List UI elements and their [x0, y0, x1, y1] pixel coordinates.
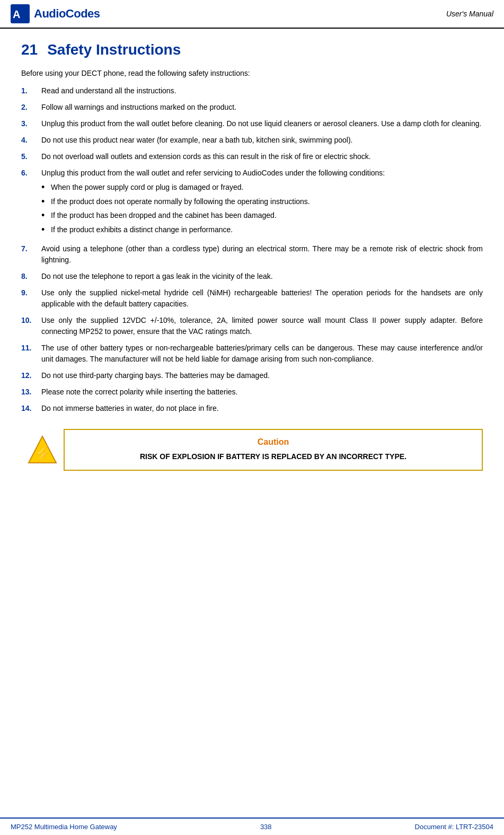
- list-content-13: Please note the correct polarity while i…: [41, 386, 483, 398]
- intro-paragraph: Before using your DECT phone, read the f…: [21, 68, 483, 79]
- bullet-dot: •: [41, 196, 51, 208]
- list-content-8: Do not use the telephone to report a gas…: [41, 271, 483, 282]
- caution-icon-box: ⚡: [21, 429, 64, 471]
- bullet-dot: •: [41, 182, 51, 194]
- page-footer: MP252 Multimedia Home Gateway 338 Docume…: [0, 818, 504, 835]
- bullet-item: •If the product exhibits a distinct chan…: [41, 224, 483, 236]
- list-num-5: 5.: [21, 151, 41, 162]
- bullet-item: •When the power supply cord or plug is d…: [41, 182, 483, 194]
- list-item-14: 14.Do not immerse batteries in water, do…: [21, 403, 483, 414]
- bullet-text: If the product exhibits a distinct chang…: [51, 224, 233, 235]
- list-content-11: The use of other battery types or non-re…: [41, 342, 483, 365]
- logo-area: A AudioCodes: [11, 4, 100, 23]
- main-content: 21Safety Instructions Before using your …: [0, 29, 504, 494]
- list-num-9: 9.: [21, 287, 41, 298]
- list-content-1: Read and understand all the instructions…: [41, 85, 483, 96]
- list-content-3: Unplug this product from the wall outlet…: [41, 118, 483, 129]
- list-item-5: 5.Do not overload wall outlets and exten…: [21, 151, 483, 162]
- bullet-sublist-6: •When the power supply cord or plug is d…: [41, 182, 483, 235]
- list-content-5: Do not overload wall outlets and extensi…: [41, 151, 483, 162]
- bullet-item: •If the product does not operate normall…: [41, 196, 483, 208]
- chapter-title-text: Safety Instructions: [47, 41, 181, 58]
- footer-left: MP252 Multimedia Home Gateway: [11, 823, 117, 831]
- list-content-12: Do not use third-party charging bays. Th…: [41, 370, 483, 381]
- list-num-3: 3.: [21, 118, 41, 129]
- list-item-10: 10.Use only the supplied 12VDC +/-10%, t…: [21, 315, 483, 337]
- svg-text:⚡: ⚡: [33, 445, 52, 462]
- bullet-text: If the product does not operate normally…: [51, 196, 310, 207]
- audiocodes-logo-icon: A: [11, 4, 30, 23]
- caution-area: ⚡ Caution RISK OF EXPLOSION IF BATTERY I…: [21, 429, 483, 471]
- list-item-2: 2.Follow all warnings and instructions m…: [21, 102, 483, 113]
- list-content-2: Follow all warnings and instructions mar…: [41, 102, 483, 113]
- list-content-4: Do not use this product near water (for …: [41, 135, 483, 146]
- svg-text:A: A: [13, 8, 20, 20]
- list-content-14: Do not immerse batteries in water, do no…: [41, 403, 483, 414]
- chapter-title: 21Safety Instructions: [21, 41, 483, 58]
- list-num-7: 7.: [21, 243, 41, 254]
- page-header: A AudioCodes User's Manual: [0, 0, 504, 29]
- list-num-2: 2.: [21, 102, 41, 113]
- list-item-13: 13.Please note the correct polarity whil…: [21, 386, 483, 398]
- footer-right: Document #: LTRT-23504: [415, 823, 493, 831]
- bullet-item: •If the product has been dropped and the…: [41, 210, 483, 222]
- list-item-3: 3.Unplug this product from the wall outl…: [21, 118, 483, 129]
- bullet-text: When the power supply cord or plug is da…: [51, 182, 243, 193]
- list-item-7: 7.Avoid using a telephone (other than a …: [21, 243, 483, 266]
- caution-box: Caution RISK OF EXPLOSION IF BATTERY IS …: [64, 429, 483, 471]
- list-item-1: 1.Read and understand all the instructio…: [21, 85, 483, 96]
- footer-center: 338: [260, 823, 272, 831]
- safety-list: 1.Read and understand all the instructio…: [21, 85, 483, 414]
- list-content-9: Use only the supplied nickel-metal hydri…: [41, 287, 483, 310]
- list-num-10: 10.: [21, 315, 41, 326]
- chapter-number: 21: [21, 41, 38, 58]
- logo-text: AudioCodes: [34, 7, 100, 21]
- bullet-text: If the product has been dropped and the …: [51, 210, 277, 221]
- list-item-4: 4.Do not use this product near water (fo…: [21, 135, 483, 146]
- manual-title: User's Manual: [446, 10, 493, 18]
- list-num-1: 1.: [21, 85, 41, 96]
- caution-title: Caution: [75, 437, 471, 447]
- list-item-11: 11.The use of other battery types or non…: [21, 342, 483, 365]
- list-num-6: 6.: [21, 168, 41, 179]
- bullet-dot: •: [41, 224, 51, 236]
- list-content-7: Avoid using a telephone (other than a co…: [41, 243, 483, 266]
- list-item-12: 12.Do not use third-party charging bays.…: [21, 370, 483, 381]
- bullet-dot: •: [41, 210, 51, 222]
- caution-text: RISK OF EXPLOSION IF BATTERY IS REPLACED…: [75, 451, 471, 462]
- warning-icon: ⚡: [26, 434, 58, 466]
- list-item-8: 8.Do not use the telephone to report a g…: [21, 271, 483, 282]
- list-num-14: 14.: [21, 403, 41, 414]
- list-content-10: Use only the supplied 12VDC +/-10%, tole…: [41, 315, 483, 337]
- list-num-12: 12.: [21, 370, 41, 381]
- list-content-6: Unplug this product from the wall outlet…: [41, 168, 483, 238]
- list-num-8: 8.: [21, 271, 41, 282]
- list-num-13: 13.: [21, 386, 41, 398]
- list-num-11: 11.: [21, 342, 41, 354]
- list-num-4: 4.: [21, 135, 41, 146]
- list-item-6: 6.Unplug this product from the wall outl…: [21, 168, 483, 238]
- list-item-9: 9.Use only the supplied nickel-metal hyd…: [21, 287, 483, 310]
